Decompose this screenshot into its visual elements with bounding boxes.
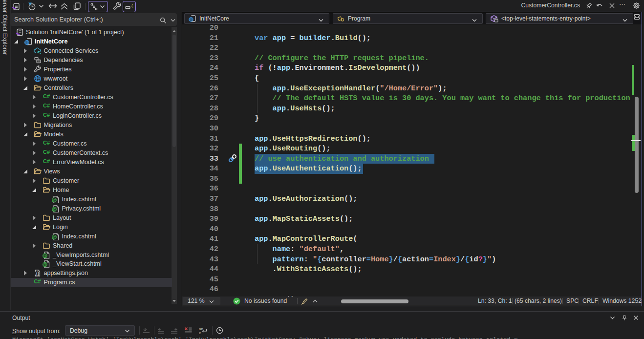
svg-text:@: @ (52, 197, 56, 202)
svg-text:@: @ (43, 262, 47, 267)
svg-text:@: @ (52, 207, 56, 212)
svg-text:@: @ (43, 253, 47, 258)
svg-text:{}: {} (36, 271, 39, 276)
svg-text:c: c (199, 331, 201, 334)
svg-text:@: @ (52, 234, 56, 239)
